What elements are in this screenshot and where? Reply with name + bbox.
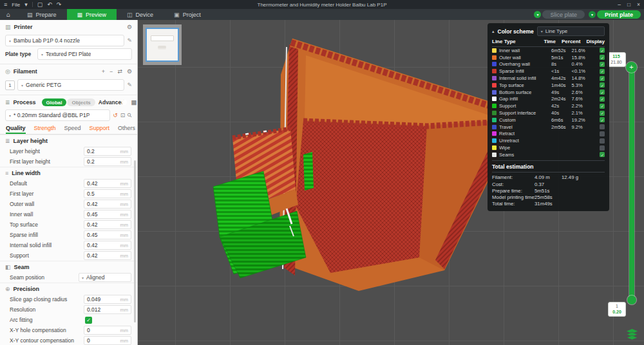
setting-input[interactable]: 0.45 mm: [84, 230, 131, 239]
undo-icon[interactable]: ↶: [47, 0, 52, 9]
display-checkbox[interactable]: [600, 55, 605, 60]
sidebar-scrollbar[interactable]: [134, 160, 136, 322]
setting-input[interactable]: 0.45 mm: [84, 210, 131, 219]
parameter-list-icon[interactable]: ▤: [131, 99, 137, 106]
filament-sync-icon[interactable]: ⇄: [117, 68, 122, 75]
display-checkbox[interactable]: [600, 89, 605, 95]
remove-filament-button[interactable]: −: [109, 68, 113, 75]
printer-settings-gear-icon[interactable]: ⚙: [127, 24, 132, 30]
display-checkbox[interactable]: [600, 62, 605, 67]
plate-type-dropdown[interactable]: ▾ Textured PEI Plate: [37, 48, 132, 60]
display-checkbox[interactable]: [600, 117, 605, 122]
search-icon[interactable]: ⚲: [126, 111, 134, 119]
setting-input[interactable]: 0 mm: [84, 326, 131, 335]
objects-toggle[interactable]: Objects: [67, 98, 95, 106]
slice-dropdown-icon[interactable]: ▾: [534, 11, 541, 18]
seam-icon: ◧: [5, 264, 11, 270]
printer-preset-dropdown[interactable]: ▾ Bambu Lab P1P 0.4 nozzle: [5, 35, 124, 46]
printer-edit-icon[interactable]: ✎: [127, 37, 132, 44]
setting-checkbox[interactable]: [85, 317, 131, 324]
setting-input[interactable]: 0.2 mm: [84, 147, 131, 156]
display-checkbox[interactable]: [600, 48, 605, 53]
setting-input[interactable]: 0.2 mm: [84, 157, 131, 166]
process-tab[interactable]: Support: [90, 125, 110, 134]
main-tab[interactable]: ◫ Device: [117, 9, 164, 20]
setting-row: Inner wall 0.45 mm: [0, 209, 137, 219]
setting-dropdown[interactable]: ▾ Aligned: [79, 273, 131, 282]
view-mode-dropdown[interactable]: ▾ Line Type: [537, 26, 605, 36]
file-menu[interactable]: File: [12, 2, 20, 8]
section-title: Layer height: [14, 138, 48, 144]
display-checkbox[interactable]: [600, 111, 605, 116]
setting-input[interactable]: 0.012 mm: [84, 305, 131, 314]
setting-input[interactable]: 0.049 mm: [84, 295, 131, 304]
total-label: Cost:: [492, 182, 535, 187]
tab-icon: ▣: [174, 12, 180, 18]
setting-input[interactable]: 0.42 mm: [84, 220, 131, 229]
process-preset-dropdown[interactable]: ▾ * 0.20mm Standard @BBL P1P: [5, 109, 110, 121]
layer-slider-bottom-handle[interactable]: [627, 295, 636, 304]
setting-row: Sparse infill 0.45 mm: [0, 230, 137, 240]
redo-icon[interactable]: ↷: [57, 0, 62, 9]
close-icon[interactable]: ×: [637, 1, 640, 8]
reset-preset-icon[interactable]: ↺: [113, 112, 118, 118]
collapse-panel-icon[interactable]: ▴: [492, 30, 495, 33]
filament-preset-dropdown[interactable]: ▾ Generic PETG: [17, 79, 124, 91]
add-filament-button[interactable]: +: [102, 68, 105, 75]
maximize-icon[interactable]: □: [627, 1, 630, 8]
display-checkbox[interactable]: [600, 145, 605, 151]
plate-thumbnail[interactable]: [143, 24, 182, 65]
process-tab[interactable]: Speed: [64, 125, 81, 134]
display-checkbox[interactable]: [600, 131, 605, 136]
save-preset-icon[interactable]: ⊡: [120, 112, 126, 118]
layer-slider-top-handle[interactable]: +: [626, 62, 637, 73]
main-tab[interactable]: ▤ Prepare: [17, 9, 67, 20]
line-type-name: Inner wall: [499, 48, 551, 53]
setting-label: X-Y contour compensation: [10, 337, 84, 344]
section-title: Seam: [14, 264, 30, 270]
setting-input[interactable]: 0.42 mm: [84, 200, 131, 209]
display-checkbox[interactable]: [600, 97, 605, 102]
setting-label: Top surface: [10, 221, 84, 228]
legend-row: Outer wall 5m1s 15.8%: [492, 54, 605, 61]
setting-input[interactable]: 0 mm: [84, 336, 131, 345]
line-type-percent: 0.4%: [572, 61, 600, 67]
menu-icon[interactable]: ≡: [4, 0, 7, 9]
display-checkbox[interactable]: [600, 76, 605, 81]
layer-slider-track[interactable]: [629, 66, 634, 301]
display-checkbox[interactable]: [600, 138, 605, 144]
chevron-down-icon[interactable]: ▾: [24, 0, 28, 9]
process-tab[interactable]: Others: [118, 125, 135, 134]
filament-settings-gear-icon[interactable]: ⚙: [127, 68, 132, 75]
viewport-3d[interactable]: ▴ Color scheme ▾ Line Type Line Type Tim…: [137, 20, 644, 345]
setting-input[interactable]: 0.5 mm: [84, 189, 131, 198]
display-checkbox[interactable]: [600, 152, 605, 157]
print-plate-button[interactable]: Print plate: [597, 10, 641, 19]
print-dropdown-icon[interactable]: ▾: [589, 11, 596, 18]
setting-input[interactable]: 0.42 mm: [84, 179, 131, 188]
main-tab[interactable]: ▦ Preview: [67, 9, 117, 20]
process-tab[interactable]: Quality: [6, 125, 26, 134]
setting-input[interactable]: 0.42 mm: [84, 251, 131, 260]
home-button[interactable]: ⌂: [0, 9, 17, 20]
line-type-time: 49s: [551, 89, 571, 95]
filament-edit-icon[interactable]: ✎: [127, 82, 132, 88]
main-tab[interactable]: ▣ Project: [164, 9, 211, 20]
new-project-icon[interactable]: ▢: [37, 0, 43, 9]
display-checkbox[interactable]: [600, 104, 605, 109]
slice-plate-button[interactable]: Slice plate: [542, 10, 585, 19]
layers-icon[interactable]: [626, 329, 638, 340]
setting-row: Slice gap closing radius 0.049 mm: [0, 294, 137, 304]
display-checkbox[interactable]: [600, 82, 605, 88]
global-toggle[interactable]: Global: [42, 98, 67, 106]
display-checkbox[interactable]: [600, 69, 605, 74]
print-plate-group: ▾ Print plate: [589, 10, 641, 19]
minimize-icon[interactable]: –: [618, 1, 621, 8]
display-checkbox[interactable]: [600, 124, 605, 129]
line-type-swatch: [492, 104, 497, 108]
setting-input[interactable]: 0.42 mm: [84, 241, 131, 250]
process-tab[interactable]: Strength: [34, 125, 56, 134]
setting-label: Sparse infill: [10, 232, 84, 238]
total-row: Cost: 0.37: [492, 181, 605, 187]
process-icon: ≣: [5, 99, 10, 106]
